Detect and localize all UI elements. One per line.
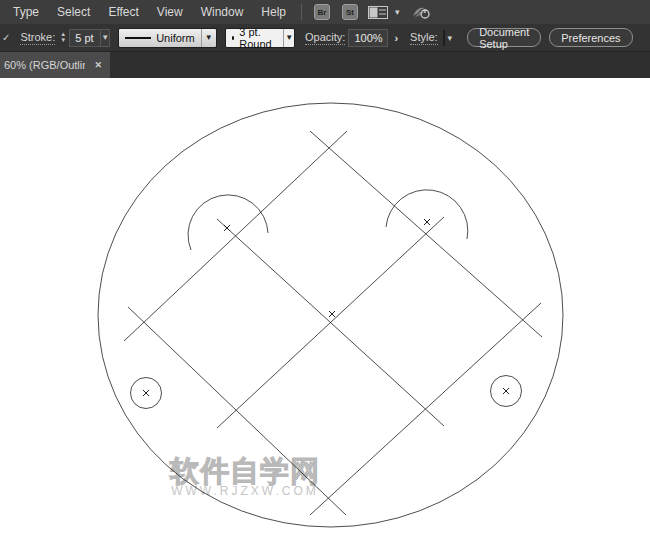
- shape-line[interactable]: [217, 219, 444, 426]
- shape-line[interactable]: [124, 131, 347, 341]
- menu-bar: Type Select Effect View Window Help Br S…: [0, 0, 650, 24]
- chevron-down-icon[interactable]: ▾: [395, 7, 400, 17]
- shape-xmark[interactable]: [424, 219, 430, 225]
- shape-ellipse[interactable]: [98, 103, 563, 527]
- opacity-panel-link[interactable]: Opacity:: [305, 31, 345, 45]
- menu-effect[interactable]: Effect: [99, 0, 147, 24]
- style-swatch[interactable]: [443, 30, 445, 46]
- shape-line[interactable]: [128, 307, 346, 515]
- variable-width-chevron[interactable]: ▼: [201, 29, 216, 47]
- shape-line[interactable]: [217, 217, 444, 428]
- shape-line[interactable]: [310, 131, 542, 337]
- bridge-button[interactable]: Br: [314, 4, 330, 20]
- check-icon[interactable]: ✓: [2, 32, 10, 43]
- brush-thumbnail-icon: [232, 36, 235, 40]
- stock-button[interactable]: St: [342, 4, 358, 20]
- style-chevron-icon[interactable]: ▾: [448, 33, 453, 43]
- watermark-url: WWW.RJZXW.COM: [170, 484, 320, 498]
- preferences-button[interactable]: Preferences: [549, 28, 632, 47]
- document-tab-label: 60% (RGB/Outline): [4, 59, 85, 71]
- document-setup-button[interactable]: Document Setup: [467, 28, 541, 47]
- brush-chevron[interactable]: ▼: [283, 29, 294, 47]
- brush-value: 3 pt. Round: [239, 26, 277, 50]
- shape-xmark[interactable]: [143, 390, 149, 396]
- stroke-weight-stepper[interactable]: ▲ ▼: [60, 32, 66, 44]
- workspace-layout-icon[interactable]: [368, 6, 388, 19]
- menu-window[interactable]: Window: [192, 0, 253, 24]
- stepper-down-icon[interactable]: ▼: [60, 38, 66, 44]
- variable-width-value: Uniform: [156, 32, 195, 44]
- control-bar: ✓ Stroke: ▲ ▼ 5 pt ▼ Uniform ▼ 3 pt. Rou…: [0, 24, 650, 52]
- stroke-weight-field[interactable]: 5 pt: [69, 29, 101, 47]
- shape-xmark[interactable]: [224, 225, 230, 231]
- shape-xmark[interactable]: [329, 311, 335, 317]
- watermark-title: 软件自学网: [170, 456, 320, 486]
- watermark: 软件自学网 WWW.RJZXW.COM: [170, 456, 320, 498]
- style-panel-link[interactable]: Style:: [410, 31, 438, 45]
- document-tab[interactable]: 60% (RGB/Outline) ✕: [0, 52, 110, 78]
- opacity-more-arrow-icon[interactable]: ›: [394, 32, 398, 44]
- artboard-drawing: [0, 78, 650, 537]
- brush-dropdown[interactable]: 3 pt. Round ▼: [225, 28, 295, 48]
- menu-type[interactable]: Type: [4, 0, 48, 24]
- shape-circle[interactable]: [491, 376, 522, 407]
- width-profile-icon: [125, 37, 151, 39]
- sync-power-icon[interactable]: [411, 4, 431, 20]
- document-tab-bar: 60% (RGB/Outline) ✕: [0, 52, 650, 78]
- shape-xmark[interactable]: [503, 388, 509, 394]
- shape-line[interactable]: [310, 303, 541, 515]
- menu-help[interactable]: Help: [252, 0, 295, 24]
- artboard-canvas[interactable]: 软件自学网 WWW.RJZXW.COM: [0, 78, 650, 537]
- stroke-weight-chevron[interactable]: ▼: [101, 29, 110, 47]
- stroke-panel-link[interactable]: Stroke:: [20, 31, 55, 45]
- menu-divider: [301, 4, 302, 20]
- shape-arc[interactable]: [386, 190, 468, 239]
- variable-width-dropdown[interactable]: Uniform ▼: [118, 28, 217, 48]
- opacity-field[interactable]: 100%: [348, 29, 388, 47]
- tab-close-icon[interactable]: ✕: [94, 60, 102, 70]
- menu-select[interactable]: Select: [48, 0, 99, 24]
- menu-view[interactable]: View: [148, 0, 192, 24]
- shape-arc[interactable]: [188, 195, 268, 250]
- shape-circle[interactable]: [131, 378, 162, 409]
